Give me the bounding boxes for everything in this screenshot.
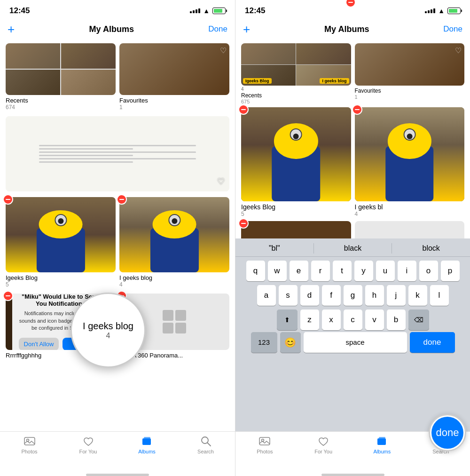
key-h[interactable]: h — [365, 285, 384, 306]
heart-icon: ♡ — [220, 46, 227, 55]
status-icons-right: ▲ — [425, 7, 461, 15]
right-recents[interactable]: Igeeks Blog I geeks blog 4 Recents 675 — [241, 43, 351, 104]
right-miku-album[interactable]: MIKU — [241, 221, 351, 238]
space-key[interactable]: space — [304, 332, 407, 353]
album-name-igeeks-blog: I geeks blog — [119, 274, 229, 281]
keyboard-row-1: q w e r t y u i o p — [237, 261, 468, 281]
right-album-igeeks-name: Igeeks Blog — [241, 203, 351, 211]
right-empty-album — [355, 221, 465, 238]
svg-rect-0 — [24, 437, 35, 445]
autocorrect-quoted[interactable]: "bl" — [235, 243, 314, 254]
delete-right-miku-button[interactable] — [238, 218, 249, 229]
key-s[interactable]: s — [279, 285, 298, 306]
tab-for-you-label: For You — [79, 449, 97, 454]
keyboard-bottom-row: 123 😊 space done — [235, 332, 470, 357]
tab-albums[interactable]: Albums — [118, 435, 176, 454]
key-b[interactable]: b — [387, 309, 406, 330]
dont-allow-button[interactable]: Don't Allow — [19, 338, 59, 350]
right-album-igeeks-blog-count: 4 — [355, 211, 465, 217]
key-v[interactable]: v — [365, 309, 384, 330]
add-album-button[interactable]: + — [8, 23, 15, 35]
status-time-right: 12:45 — [245, 6, 265, 16]
done-circle-text: done — [431, 417, 463, 449]
key-d[interactable]: d — [300, 285, 319, 306]
album-item-doc[interactable]: ♡ — [6, 116, 229, 191]
home-indicator-left — [86, 474, 149, 476]
key-a[interactable]: a — [257, 285, 276, 306]
key-t[interactable]: t — [333, 261, 352, 281]
tab-albums-label: Albums — [138, 449, 156, 454]
key-i[interactable]: i — [398, 261, 416, 281]
delete-right-igeeks-button[interactable] — [238, 104, 249, 115]
tab-photos[interactable]: Photos — [0, 435, 59, 454]
right-album-igeeks-count: 5 — [241, 211, 351, 217]
album-item-recents[interactable]: Recents 674 — [6, 43, 116, 111]
key-q[interactable]: q — [246, 261, 265, 281]
key-e[interactable]: e — [290, 261, 308, 281]
shift-key[interactable]: ⬆ — [277, 309, 298, 330]
right-recents-count: 675 — [241, 99, 351, 104]
album-item-igeeks[interactable]: Igeeks Blog 5 — [6, 197, 116, 288]
magnify-label: I geeks blog — [83, 321, 133, 332]
tab-search[interactable]: Search — [176, 435, 235, 454]
autocorrect-black[interactable]: black — [314, 243, 392, 254]
album-count-recents: 674 — [6, 104, 116, 111]
delete-igeeks-button[interactable] — [3, 194, 13, 205]
album-item-favourites[interactable]: ♡ Favourites 1 — [119, 43, 229, 111]
right-album-igeeks-blog[interactable]: I geeks bl 4 — [355, 107, 465, 217]
for-you-icon-right — [317, 435, 330, 448]
key-x[interactable]: x — [322, 309, 341, 330]
signal-icon-right — [425, 8, 435, 13]
album-name-igeeks: Igeeks Blog — [6, 274, 116, 281]
tab-albums-right[interactable]: Albums — [353, 435, 412, 454]
key-g[interactable]: g — [344, 285, 362, 306]
delete-igeeks-blog-button[interactable] — [117, 194, 127, 205]
delete-miku-button[interactable] — [3, 291, 13, 301]
photos-icon-right — [258, 435, 271, 448]
autocorrect-block[interactable]: block — [392, 243, 470, 254]
key-j[interactable]: j — [387, 285, 406, 306]
key-l[interactable]: l — [430, 285, 449, 306]
right-fav-count: 1 — [355, 94, 465, 100]
right-favourites[interactable]: ♡ Favourites 1 — [355, 43, 465, 104]
emoji-key[interactable]: 😊 — [280, 332, 301, 353]
tab-for-you-right[interactable]: For You — [294, 435, 353, 454]
igeeks-blog-overlay: I geeks blog — [320, 78, 349, 84]
svg-rect-6 — [259, 437, 270, 445]
delete-key[interactable]: ⌫ — [408, 309, 429, 330]
delete-right-igeeks-blog-button[interactable] — [352, 104, 362, 115]
key-k[interactable]: k — [408, 285, 427, 306]
key-y[interactable]: y — [354, 261, 373, 281]
tab-photos-right[interactable]: Photos — [235, 435, 294, 454]
albums-icon — [141, 435, 154, 448]
svg-line-5 — [207, 443, 211, 446]
right-recents-label: Recents — [241, 92, 351, 99]
tab-albums-label-right: Albums — [374, 449, 391, 454]
done-circle-overlay[interactable]: done — [429, 414, 466, 452]
key-o[interactable]: o — [419, 261, 438, 281]
wifi-icon-right: ▲ — [438, 7, 445, 15]
wifi-icon: ▲ — [203, 7, 210, 15]
svg-rect-2 — [142, 438, 151, 445]
album-count-igeeks-blog: 4 — [119, 281, 229, 288]
left-phone: 12:45 ▲ + My Albums Done — [0, 0, 235, 476]
key-w[interactable]: w — [268, 261, 287, 281]
key-z[interactable]: z — [300, 309, 319, 330]
num-key[interactable]: 123 — [251, 332, 277, 353]
key-p[interactable]: p — [441, 261, 460, 281]
done-button-left[interactable]: Done — [208, 24, 227, 34]
key-u[interactable]: u — [376, 261, 395, 281]
done-button-right[interactable]: Done — [443, 24, 462, 34]
nav-title-right: My Albums — [324, 24, 369, 34]
album-item-igeeks-blog[interactable]: I geeks blog 4 — [119, 197, 229, 288]
album-name-recents: Recents — [6, 97, 116, 104]
nav-bar-right: + My Albums Done — [235, 19, 470, 40]
done-key[interactable]: done — [410, 332, 455, 353]
key-f[interactable]: f — [322, 285, 341, 306]
right-album-igeeks[interactable]: Igeeks Blog 5 — [241, 107, 351, 217]
add-album-button-right[interactable]: + — [243, 23, 250, 35]
tab-photos-label: Photos — [21, 449, 37, 454]
key-r[interactable]: r — [311, 261, 330, 281]
tab-for-you[interactable]: For You — [59, 435, 118, 454]
key-c[interactable]: c — [344, 309, 362, 330]
